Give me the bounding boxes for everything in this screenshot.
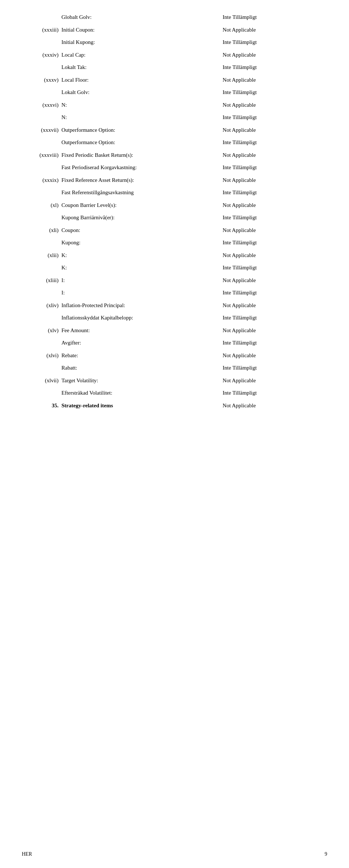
table-row: (xliv)Inflation-Protected Principal:Not … [22,299,327,312]
footer-right: 9 [325,851,327,857]
row-label: Eftersträkad Volatilitet: [60,387,221,399]
row-label: Fast Referenstillgångsavkastning [60,186,221,199]
table-row: (xliii)I:Not Applicable [22,274,327,287]
row-number [22,136,60,149]
row-number [22,36,60,49]
row-number: (xlvi) [22,349,60,362]
row-label: I: [60,274,221,287]
row-label: Coupon: [60,224,221,237]
row-value: Inte Tillämpligt [221,111,327,124]
row-label: Outperformance Option: [60,136,221,149]
row-number: (xxxix) [22,174,60,187]
table-row: K:Inte Tillämpligt [22,261,327,274]
row-label: Fixed Periodic Basket Return(s): [60,149,221,162]
row-label: Strategy-related items [60,399,221,412]
table-row: Globalt Golv:Inte Tillämpligt [22,11,327,24]
table-row: Eftersträkad Volatilitet:Inte Tillämplig… [22,387,327,399]
row-label: Rebate: [60,349,221,362]
row-number: (xxxv) [22,74,60,86]
row-number: (xlii) [22,249,60,262]
row-label: Coupon Barrier Level(s): [60,199,221,212]
row-value: Inte Tillämpligt [221,61,327,74]
row-number: (xli) [22,224,60,237]
table-row: (xxxvi)N:Not Applicable [22,99,327,111]
row-label: Initial Kupong: [60,36,221,49]
row-number: (xlvii) [22,374,60,387]
row-number: (xxxvi) [22,99,60,111]
row-value: Not Applicable [221,224,327,237]
row-value: Not Applicable [221,349,327,362]
row-number [22,11,60,24]
footer: HER 9 [22,851,327,857]
row-label: Lokalt Golv: [60,86,221,99]
table-row: Lokalt Tak:Inte Tillämpligt [22,61,327,74]
table-row: (xxxviii)Fixed Periodic Basket Return(s)… [22,149,327,162]
row-number [22,337,60,349]
row-number [22,61,60,74]
table-row: Fast ReferenstillgångsavkastningInte Til… [22,186,327,199]
row-number [22,211,60,224]
row-label: Avgifter: [60,337,221,349]
table-row: (xli)Coupon:Not Applicable [22,224,327,237]
row-number [22,186,60,199]
row-value: Inte Tillämpligt [221,236,327,249]
row-label: N: [60,99,221,111]
row-value: Not Applicable [221,24,327,36]
table-row: Initial Kupong:Inte Tillämpligt [22,36,327,49]
row-value: Not Applicable [221,374,327,387]
row-label: I: [60,286,221,299]
table-row: (xxxiv)Local Cap:Not Applicable [22,49,327,61]
row-number: (xxxvii) [22,124,60,136]
row-number [22,387,60,399]
row-value: Inte Tillämpligt [221,211,327,224]
row-label: Local Cap: [60,49,221,61]
row-label: Inflationsskyddat Kapitalbelopp: [60,311,221,324]
row-value: Not Applicable [221,124,327,136]
row-label: Rabatt: [60,362,221,374]
table-row: (xl)Coupon Barrier Level(s):Not Applicab… [22,199,327,212]
row-value: Inte Tillämpligt [221,261,327,274]
table-row: Lokalt Golv:Inte Tillämpligt [22,86,327,99]
row-number: (xxxviii) [22,149,60,162]
table-row: Outperformance Option:Inte Tillämpligt [22,136,327,149]
table-row: (xlii)K:Not Applicable [22,249,327,262]
row-value: Not Applicable [221,174,327,187]
table-row: Inflationsskyddat Kapitalbelopp:Inte Til… [22,311,327,324]
table-row: (xlvi)Rebate:Not Applicable [22,349,327,362]
row-number: (xliii) [22,274,60,287]
row-value: Not Applicable [221,49,327,61]
row-label: Kupong Barriärnivå(er): [60,211,221,224]
page-container: Globalt Golv:Inte Tillämpligt(xxxiii)Ini… [0,0,349,868]
table-row: (xxxv)Local Floor:Not Applicable [22,74,327,86]
row-number [22,236,60,249]
row-value: Not Applicable [221,299,327,312]
row-value: Inte Tillämpligt [221,362,327,374]
row-number [22,111,60,124]
row-number [22,311,60,324]
row-value: Inte Tillämpligt [221,161,327,174]
row-number [22,161,60,174]
table-row: 35.Strategy-related itemsNot Applicable [22,399,327,412]
row-label: Outperformance Option: [60,124,221,136]
table-row: Rabatt:Inte Tillämpligt [22,362,327,374]
row-label: Kupong: [60,236,221,249]
row-label: Local Floor: [60,74,221,86]
row-value: Inte Tillämpligt [221,36,327,49]
row-label: Fee Amount: [60,324,221,337]
row-label: Fast Periodiserad Korgavkastning: [60,161,221,174]
row-label: Fixed Reference Asset Return(s): [60,174,221,187]
row-value: Inte Tillämpligt [221,186,327,199]
table-row: (xxxvii)Outperformance Option:Not Applic… [22,124,327,136]
table-row: I:Inte Tillämpligt [22,286,327,299]
row-value: Not Applicable [221,149,327,162]
row-number [22,86,60,99]
table-row: N:Inte Tillämpligt [22,111,327,124]
content-table: Globalt Golv:Inte Tillämpligt(xxxiii)Ini… [22,11,327,412]
footer-left: HER [22,851,32,857]
row-label: N: [60,111,221,124]
table-row: Kupong Barriärnivå(er):Inte Tillämpligt [22,211,327,224]
row-value: Not Applicable [221,324,327,337]
row-value: Not Applicable [221,199,327,212]
row-value: Not Applicable [221,74,327,86]
row-label: K: [60,261,221,274]
